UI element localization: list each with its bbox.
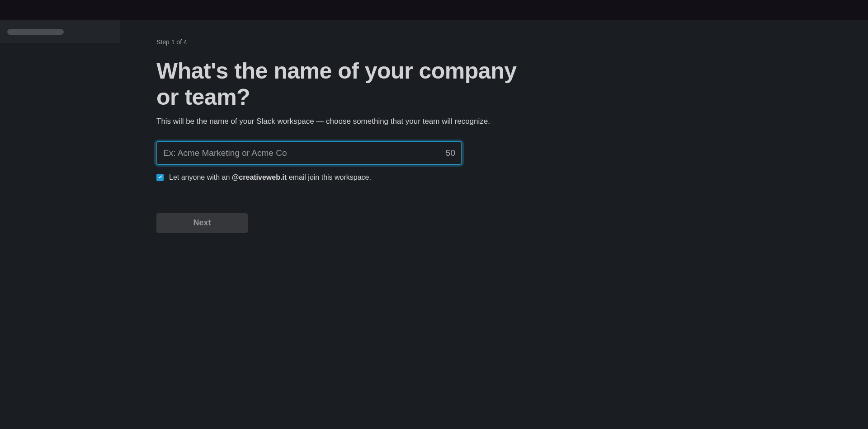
character-counter: 50 xyxy=(446,148,455,158)
domain-join-label: Let anyone with an @creativeweb.it email… xyxy=(169,173,371,182)
sidebar xyxy=(0,20,120,429)
checkmark-icon xyxy=(158,175,163,180)
workspace-name-input-wrapper: 50 xyxy=(156,142,462,164)
step-indicator: Step 1 of 4 xyxy=(156,38,868,46)
page-heading: What's the name of your company or team? xyxy=(156,58,518,110)
next-button[interactable]: Next xyxy=(156,213,248,233)
sidebar-placeholder xyxy=(7,29,64,35)
domain-join-checkbox-row: Let anyone with an @creativeweb.it email… xyxy=(156,173,868,182)
top-bar xyxy=(0,0,868,20)
domain-join-checkbox[interactable] xyxy=(156,174,164,181)
sidebar-header xyxy=(0,20,120,43)
main-container: Step 1 of 4 What's the name of your comp… xyxy=(0,20,868,429)
workspace-name-input[interactable] xyxy=(156,142,462,164)
content-area: Step 1 of 4 What's the name of your comp… xyxy=(120,20,868,429)
page-subheading: This will be the name of your Slack work… xyxy=(156,116,868,127)
